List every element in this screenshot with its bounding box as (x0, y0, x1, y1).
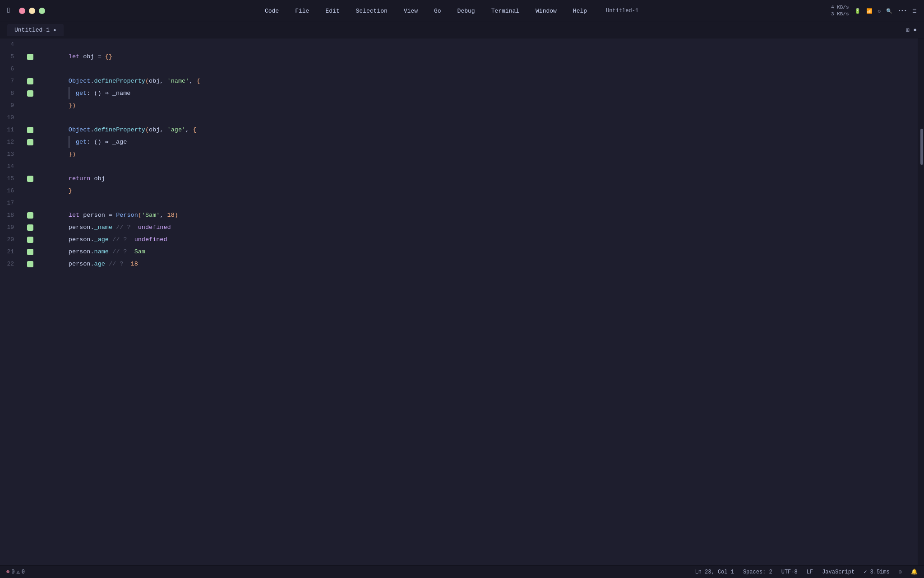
line-13: 13 }) (0, 148, 918, 160)
code-editor[interactable]: 4 5 let obj = {} 6 7 Ob (0, 38, 918, 565)
statusbar: ⊗ 0 △ 0 Ln 23, Col 1 Spaces: 2 UTF-8 LF … (0, 565, 924, 578)
network-speed: 4 KB/s 3 KB/s (831, 4, 849, 18)
breakpoint-21[interactable] (27, 249, 33, 255)
language-mode[interactable]: JavaScript (822, 569, 855, 575)
notifications-icon[interactable]: 🔔 (911, 569, 918, 575)
menu-debug[interactable]: Debug (456, 7, 477, 15)
warning-count: 0 (22, 569, 25, 575)
breakpoint-12[interactable] (27, 139, 33, 145)
status-errors[interactable]: ⊗ 0 △ 0 (6, 569, 25, 575)
minimize-button[interactable] (29, 8, 35, 14)
status-right: Ln 23, Col 1 Spaces: 2 UTF-8 LF JavaScri… (695, 569, 918, 575)
tab-bar: Untitled-1 ● ⊞ ● (0, 22, 924, 38)
battery-icon: 🔋 (855, 8, 861, 14)
menu-file[interactable]: File (293, 7, 311, 15)
menu-view[interactable]: View (402, 7, 420, 15)
dot-icon: ● (913, 27, 917, 33)
editor-container: 4 5 let obj = {} 6 7 Ob (0, 38, 924, 565)
cursor-position[interactable]: Ln 23, Col 1 (695, 569, 734, 575)
menu-items: Code File Edit Selection View Go Debug T… (263, 7, 638, 15)
breakpoint-18[interactable] (27, 212, 33, 219)
breakpoint-5[interactable] (27, 54, 33, 60)
vertical-scrollbar[interactable] (918, 38, 924, 565)
menubar:  Code File Edit Selection View Go Debug… (0, 0, 924, 22)
unsaved-dot: ● (53, 28, 56, 33)
breakpoint-19[interactable] (27, 224, 33, 231)
window-title: Untitled-1 (606, 8, 638, 14)
split-editor-icon[interactable]: ⊞ (906, 27, 910, 34)
wifi-icon: 📶 (866, 8, 873, 14)
tab-label: Untitled-1 (14, 27, 50, 33)
error-icon: ⊗ (6, 569, 9, 575)
file-tab[interactable]: Untitled-1 ● (7, 24, 64, 36)
line-16: 16 } (0, 185, 918, 197)
breakpoint-20[interactable] (27, 237, 33, 243)
breakpoint-8[interactable] (27, 90, 33, 97)
breakpoint-7[interactable] (27, 78, 33, 84)
apple-icon[interactable]:  (7, 7, 12, 15)
menu-help[interactable]: Help (571, 7, 589, 15)
close-button[interactable] (19, 8, 25, 14)
list-icon: ☰ (912, 8, 917, 14)
control-center-icon: ⊖ (878, 8, 881, 14)
menu-selection[interactable]: Selection (354, 7, 389, 15)
tab-right-controls: ⊞ ● (906, 27, 917, 34)
timing: ✓ 3.51ms (864, 569, 890, 575)
menu-terminal[interactable]: Terminal (490, 7, 521, 15)
menu-code[interactable]: Code (263, 7, 281, 15)
more-icon: ••• (898, 8, 907, 14)
indentation[interactable]: Spaces: 2 (743, 569, 772, 575)
warning-icon: △ (16, 569, 19, 575)
line-22: 22 person.age // ? 18 (0, 258, 918, 270)
titlebar-right: 4 KB/s 3 KB/s 🔋 📶 ⊖ 🔍 ••• ☰ (804, 4, 917, 18)
spotlight-icon: 🔍 (886, 8, 892, 14)
menu-window[interactable]: Window (534, 7, 559, 15)
line-9: 9 }) (0, 99, 918, 112)
breakpoint-11[interactable] (27, 127, 33, 133)
menu-edit[interactable]: Edit (323, 7, 341, 15)
breakpoint-22[interactable] (27, 261, 33, 267)
titlebar-left:  (7, 7, 97, 15)
file-encoding[interactable]: UTF-8 (781, 569, 798, 575)
menu-go[interactable]: Go (432, 7, 443, 15)
scrollbar-thumb[interactable] (920, 129, 923, 165)
breakpoint-15[interactable] (27, 176, 33, 182)
error-count: 0 (11, 569, 14, 575)
line-endings[interactable]: LF (807, 569, 813, 575)
smiley-icon[interactable]: ☺ (899, 569, 902, 575)
line-5: 5 let obj = {} (0, 51, 918, 63)
maximize-button[interactable] (39, 8, 45, 14)
